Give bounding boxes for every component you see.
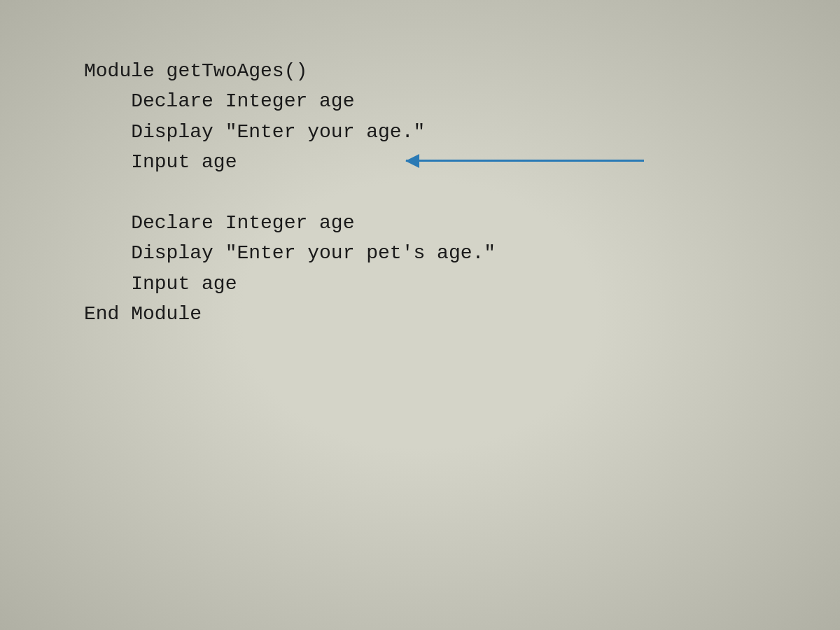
code-block: Module getTwoAges() Declare Integer age … xyxy=(84,56,840,330)
code-line-7: Input age xyxy=(84,269,840,299)
code-line-2: Declare Integer age xyxy=(84,86,840,116)
code-line-1: Module getTwoAges() xyxy=(84,56,840,86)
code-line-4: Input age xyxy=(84,147,840,177)
code-line-8: End Module xyxy=(84,299,840,329)
code-line-5: Declare Integer age xyxy=(84,208,840,238)
main-content: Module getTwoAges() Declare Integer age … xyxy=(0,0,840,630)
blank-line-1 xyxy=(84,178,840,208)
code-line-3: Display "Enter your age." xyxy=(84,117,840,147)
code-line-6: Display "Enter your pet's age." xyxy=(84,238,840,268)
